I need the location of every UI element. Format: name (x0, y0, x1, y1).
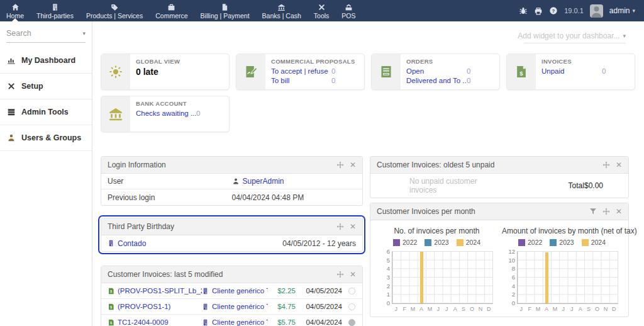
box-title: Third Party Birthday (108, 222, 174, 231)
sidebar-item-label: Users & Groups (21, 133, 81, 142)
chart-invoice-amount: Amount of invoices by month (net of tax)… (499, 227, 625, 312)
legend-swatch (518, 239, 525, 246)
superadmin-link[interactable]: SuperAdmin (243, 177, 284, 186)
widget-title: BANK ACCOUNT (136, 100, 223, 107)
invoice-ref-link[interactable]: (PROV-POS1-1) (118, 303, 170, 310)
x-axis-tick: F (400, 306, 408, 312)
x-axis-tick: F (525, 306, 533, 312)
count-value: 0 (602, 67, 606, 76)
version-label: 19.0.1 (564, 7, 584, 14)
x-axis-tick: J (517, 306, 525, 312)
nav-label: Tools (314, 12, 330, 20)
legend-swatch (393, 239, 400, 246)
sidebar-item-admin-tools[interactable]: Admin Tools (0, 99, 92, 125)
birthday-date: 04/05/2012 - 12 years (282, 239, 356, 248)
y-axis-tick: 0 (377, 300, 390, 306)
filter-icon[interactable] (589, 208, 597, 215)
legend-item-2024: 2024 (582, 239, 606, 246)
company-icon (202, 319, 209, 326)
legend-swatch (582, 239, 589, 246)
orders-open-link[interactable]: Open (406, 67, 467, 76)
sun-icon (101, 54, 130, 89)
box-header: Customer Invoices: last 5 modified ✕ (101, 266, 362, 283)
y-axis-tick: 3 (377, 274, 390, 281)
x-axis-tick: A (542, 306, 550, 312)
sidebar-item-label: Setup (21, 82, 43, 91)
widget-bank-account: BANK ACCOUNT Checks awaiting ...0 (101, 96, 230, 132)
user-name: admin (609, 6, 630, 15)
bug-icon[interactable] (519, 6, 528, 15)
nav-label: Banks | Cash (262, 12, 301, 20)
x-axis-tick: M (409, 306, 417, 312)
nav-banks-cash[interactable]: Banks | Cash (256, 0, 308, 21)
box-header: Login Information ✕ (101, 157, 362, 174)
sidebar-item-label: My Dashboard (21, 56, 75, 65)
y-axis-tick: 8 (502, 265, 515, 272)
close-icon[interactable]: ✕ (616, 208, 622, 215)
company-link[interactable]: Contado (118, 239, 146, 248)
orders-delivered-link[interactable]: Delivered and To ... (406, 76, 467, 86)
chart-x-axis-labels: JFMAMJJASOND (392, 306, 493, 312)
proposals-to-bill-link[interactable]: To bill (271, 76, 331, 86)
nav-tools[interactable]: Tools (308, 0, 336, 21)
search-select[interactable]: Search ▾ (6, 29, 86, 43)
customer-link[interactable]: Cliente genérico TakePOS (212, 318, 268, 326)
x-axis-tick: M (426, 306, 434, 312)
proposals-to-accept-link[interactable]: To accept | refuse (271, 67, 331, 76)
close-icon[interactable]: ✕ (616, 161, 622, 169)
widget-title: INVOICES (541, 58, 629, 65)
invoice-ref-link[interactable]: (PROV-POS1-SPLIT_Lb_2) (118, 287, 202, 295)
invoice-icon: $ (507, 54, 536, 89)
bar-chart-icon (6, 56, 16, 65)
x-axis-tick: D (610, 306, 618, 312)
invoices-unpaid-link[interactable]: Unpaid (541, 67, 602, 76)
bank-checks-link[interactable]: Checks awaiting ... (136, 109, 196, 118)
move-icon[interactable] (602, 208, 610, 215)
user-menu[interactable]: admin ▾ (609, 6, 635, 15)
nav-home[interactable]: Home (0, 0, 30, 21)
svg-text:$: $ (110, 322, 112, 325)
move-icon[interactable] (602, 161, 610, 169)
invoice-ref-link[interactable]: TC1-2404-0009 (118, 318, 169, 326)
chart-plot: 0123456 (392, 251, 493, 304)
building-icon (51, 3, 59, 11)
nav-commerce[interactable]: Commerce (149, 0, 194, 21)
move-icon[interactable] (336, 271, 344, 278)
x-axis-tick: J (443, 306, 451, 312)
printer-icon[interactable] (534, 6, 543, 15)
help-icon[interactable]: ? (549, 6, 558, 15)
company-icon (108, 240, 114, 247)
x-axis-tick: A (576, 306, 584, 312)
move-icon[interactable] (336, 223, 344, 230)
sidebar-item-setup[interactable]: Setup (0, 74, 92, 99)
x-axis-tick: M (534, 306, 542, 312)
close-icon[interactable]: ✕ (350, 223, 356, 230)
close-icon[interactable]: ✕ (350, 161, 356, 169)
top-navbar: Home Third-parties Products | Services C… (0, 0, 644, 21)
legend-item-2022: 2022 (393, 239, 417, 246)
legend-swatch (457, 239, 464, 246)
customer-link[interactable]: Cliente genérico TakePOS (212, 303, 268, 310)
customer-link[interactable]: Cliente genérico TakePOS (212, 287, 268, 295)
nav-billing-payment[interactable]: Billing | Payment (194, 0, 256, 21)
user-avatar[interactable] (590, 4, 603, 18)
user-icon (6, 133, 16, 142)
nav-pos[interactable]: POS (335, 0, 362, 21)
count-value: 0 (331, 76, 335, 86)
sidebar-item-users-groups[interactable]: Users & Groups (0, 125, 92, 151)
legend-item-2022: 2022 (518, 239, 542, 246)
add-widget-select[interactable]: Add widget to your dashboar... ▾ (524, 31, 626, 43)
sidebar: Search ▾ My Dashboard Setup Admin Tools … (0, 21, 92, 326)
unpaid-summary-row: No unpaid customer invoices Total $0.00 (370, 174, 628, 198)
sidebar-item-my-dashboard[interactable]: My Dashboard (0, 48, 92, 74)
nav-third-parties[interactable]: Third-parties (30, 0, 80, 21)
move-icon[interactable] (336, 161, 344, 169)
bar-2024-m4 (545, 252, 548, 303)
briefcase-icon (167, 3, 175, 11)
row-label: User (108, 177, 232, 186)
chart-legend: 202220232024 (502, 239, 622, 246)
nav-products-services[interactable]: Products | Services (80, 0, 149, 21)
status-circle-icon (348, 303, 355, 310)
chart-plot: 024681012 (517, 251, 618, 304)
close-icon[interactable]: ✕ (350, 271, 356, 278)
